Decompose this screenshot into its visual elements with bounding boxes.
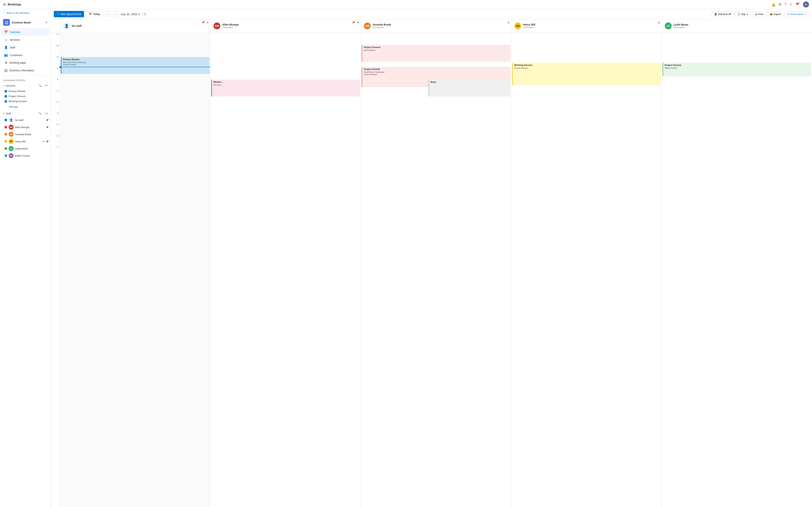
henry-pin-icon[interactable]: 📌: [46, 140, 49, 143]
henry-close-icon[interactable]: ✕: [658, 21, 660, 24]
services-search-icon[interactable]: 🔍: [38, 84, 43, 88]
day-label: Day: [741, 13, 746, 15]
today-icon: 📅: [89, 13, 92, 15]
customers-icon: 👥: [4, 53, 8, 57]
emoji-icon[interactable]: ☺: [790, 2, 793, 6]
allan-header-role: Consultant: [222, 26, 239, 29]
settings-icon[interactable]: ⚙: [778, 2, 781, 7]
no-staff-pin-header-icon[interactable]: 📌: [202, 21, 205, 24]
app-grid-icon[interactable]: ⊞: [3, 2, 6, 7]
export-icon: 📤: [770, 13, 773, 15]
henry-working-session-appt[interactable]: Working Session Reyna Holman: [512, 63, 661, 85]
export-button[interactable]: 📤 Export: [767, 11, 783, 17]
henry-header-info: Henry Bill Consultant: [523, 23, 535, 29]
flag-icon[interactable]: 🚩: [796, 2, 800, 7]
day-view-button[interactable]: 📋 Day ∨: [735, 11, 751, 17]
staff-item-henry[interactable]: ✓ HB Henry Bill ••• 📌: [0, 138, 51, 145]
nav-calendar-label: Calendar: [10, 31, 20, 34]
date-picker[interactable]: July 15, 2020 ∨: [120, 12, 140, 16]
privacy-review-appt[interactable]: Privacy Review Microsoft Teams Meeting C…: [61, 57, 210, 74]
staff-filter-header[interactable]: ∨ Staff 🔍 •••: [0, 110, 51, 116]
staff-item-lydia[interactable]: ✓ LB Lydia Bauer: [0, 145, 51, 152]
amanda-busy-appt[interactable]: Busy: [428, 79, 510, 97]
lydia-column-header: LB Lydia Bauer Consultant: [662, 19, 812, 33]
filter-working-session[interactable]: ✓ Working Session: [0, 99, 51, 104]
staff-item-robin[interactable]: ✓ RC Robin Counts: [0, 152, 51, 159]
current-time-dot: [59, 66, 61, 68]
filter-project-closure[interactable]: ✓ Project Closure: [0, 94, 51, 99]
amanda-close-icon[interactable]: ✕: [507, 21, 510, 24]
lydia-body-col: Project Closure Albert Dudley: [662, 33, 812, 507]
henry-body-col: Working Session Reyna Holman: [511, 33, 662, 507]
lydia-closure-title: Project Closure: [665, 64, 810, 66]
business-info-icon: 🏢: [4, 68, 8, 72]
staff-search-icon[interactable]: 🔍: [38, 112, 43, 115]
allan-working-sub: Kat Lars...: [213, 84, 358, 86]
staff-filter-actions: 🔍 •••: [38, 112, 49, 115]
nav-booking-label: Booking page: [10, 61, 26, 64]
lydia-header-role: Consultant: [673, 26, 689, 29]
services-filter-header[interactable]: ∨ Services 🔍 •••: [0, 82, 51, 89]
new-appointment-button[interactable]: ＋ New appointment: [54, 11, 84, 17]
henry-header-name: Henry Bill: [523, 23, 535, 26]
henry-session-title: Working Session: [514, 64, 659, 66]
next-button[interactable]: →: [113, 11, 118, 17]
robin-avatar: RC: [9, 153, 13, 158]
staff-item-no-staff[interactable]: ✓ 👤 No staff 📌: [0, 116, 51, 123]
amanda-project-closure-appt[interactable]: Project Closure Katri Ahokas: [362, 45, 510, 62]
nav-customers-label: Customers: [10, 54, 22, 57]
allan-pin-icon[interactable]: 📌: [46, 126, 49, 129]
manage-link-container: Manage: [0, 104, 51, 110]
time-column: 07 08 09 10 11 12 13 14 15 16 17: [51, 33, 60, 507]
amanda-column-header: AB Amanda Brady Consultant ✕: [361, 19, 511, 33]
nav-customers[interactable]: 👥 Customers: [1, 51, 49, 59]
allan-pin-header-icon[interactable]: 📌: [352, 21, 355, 24]
calendar-body: 07 08 09 10 11 12 13 14 15 16 17: [51, 33, 812, 507]
date-text: July 15, 2020: [120, 13, 137, 16]
action-items-button[interactable]: ☑ Action items ✓: [784, 11, 809, 17]
amanda-header-avatar: AB: [364, 22, 371, 29]
back-arrow-icon: ←: [3, 11, 6, 14]
nav-booking-page[interactable]: 🖥 Booking page: [1, 59, 49, 66]
no-staff-body-col: Privacy Review Microsoft Teams Meeting C…: [60, 33, 210, 507]
lydia-status: ✓: [4, 147, 7, 150]
org-header[interactable]: 🏦 Contoso Bank ∨: [0, 17, 51, 28]
staff-item-allan[interactable]: ✓ AM Allan Mungar 📌: [0, 123, 51, 131]
privacy-review-label: Privacy Review: [9, 90, 26, 93]
lydia-project-closure-appt[interactable]: Project Closure Albert Dudley: [663, 63, 811, 76]
henry-more-icon[interactable]: •••: [42, 140, 45, 143]
time-off-icon: 👤: [714, 13, 717, 15]
add-time-off-button[interactable]: 👤 Add time off: [712, 11, 733, 17]
allan-actions: 📌: [46, 126, 49, 129]
services-more-icon[interactable]: •••: [44, 84, 49, 88]
services-filter-actions: 🔍 •••: [38, 84, 49, 88]
nav-staff-label: Staff: [10, 46, 15, 49]
print-button[interactable]: 🖨 Print: [752, 11, 766, 17]
allan-status: ✓: [4, 126, 7, 128]
today-button[interactable]: 📅 Today: [86, 11, 103, 17]
filter-privacy-review[interactable]: ✓ Privacy Review: [0, 89, 51, 94]
nav-services[interactable]: ◻ Services: [1, 36, 49, 43]
no-staff-pin-icon[interactable]: 📌: [46, 119, 49, 121]
back-to-calendars[interactable]: ← Back to all calendars: [0, 9, 51, 17]
no-staff-header-info: No staff: [72, 24, 82, 27]
allan-close-icon[interactable]: ✕: [357, 21, 359, 24]
nav-staff[interactable]: 👤 Staff: [1, 44, 49, 51]
amanda-status: ✓: [4, 133, 7, 135]
allan-working-appt[interactable]: Workin... Kat Lars...: [211, 79, 360, 97]
prev-button[interactable]: ←: [105, 11, 111, 17]
staff-more-icon[interactable]: •••: [44, 112, 49, 115]
time-15: 15: [51, 123, 60, 134]
no-staff-close-icon[interactable]: ✕: [206, 21, 209, 24]
main-layout: ← Back to all calendars 🏦 Contoso Bank ∨…: [0, 9, 812, 507]
calendar-filters-section: CALENDAR FILTERS ∨ Services 🔍 ••• ✓ Priv…: [0, 76, 51, 161]
lydia-header-avatar: LB: [665, 22, 672, 29]
new-appointment-label: New appointment: [60, 13, 81, 15]
user-avatar[interactable]: U: [803, 1, 809, 7]
nav-calendar[interactable]: 📅 Calendar: [1, 29, 49, 36]
staff-item-amanda[interactable]: ✓ AB Amanda Brady: [0, 131, 51, 138]
nav-business-info[interactable]: 🏢 Business information: [1, 67, 49, 74]
help-icon[interactable]: ?: [784, 2, 786, 6]
manage-link[interactable]: Manage: [4, 105, 21, 109]
notification-icon[interactable]: 🔔: [771, 2, 775, 7]
